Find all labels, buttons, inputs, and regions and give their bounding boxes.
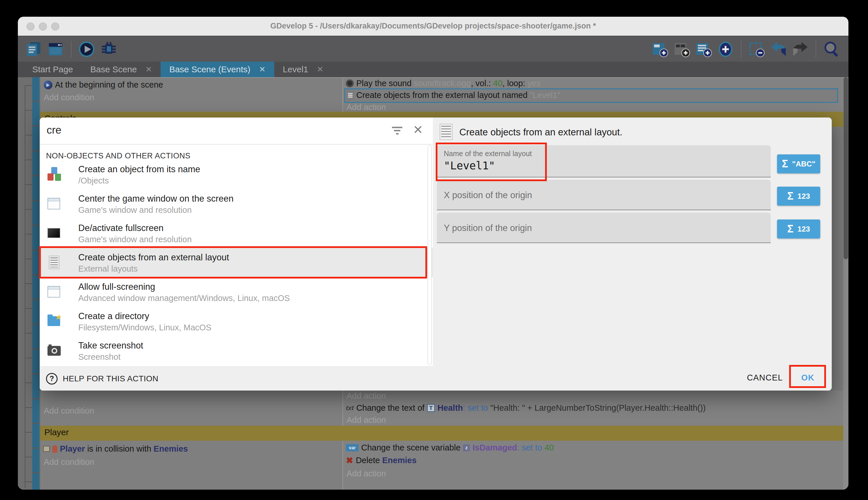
action-list-pane: ✕ NON-OBJECTS AND OTHER ACTIONS Create a… bbox=[40, 117, 433, 390]
play-preview-icon[interactable] bbox=[78, 41, 95, 58]
delete-event-icon[interactable] bbox=[748, 41, 765, 58]
selected-action-row[interactable]: Create objects from the external layout … bbox=[344, 88, 838, 103]
action-subtitle: Advanced window management/Windows, Linu… bbox=[78, 294, 290, 303]
open-scene-editor-icon[interactable] bbox=[47, 41, 64, 58]
cancel-button[interactable]: CANCEL bbox=[747, 373, 783, 383]
condition-row-collision[interactable]: Player is in collision with Enemies bbox=[43, 444, 188, 454]
dark-screen-icon bbox=[47, 226, 62, 240]
action-list-scrollbar bbox=[428, 145, 432, 365]
add-condition-link[interactable]: Add condition bbox=[44, 93, 94, 102]
expression-param: "Health: " + LargeNumberToString(Player.… bbox=[488, 403, 706, 412]
choose-action-dialog: ✕ NON-OBJECTS AND OTHER ACTIONS Create a… bbox=[40, 117, 832, 390]
field-label: X position of the origin bbox=[444, 190, 532, 201]
action-row-change-variable[interactable]: var Change the scene variable z IsDamage… bbox=[346, 443, 554, 453]
add-subevent-icon[interactable] bbox=[673, 41, 690, 58]
action-row-play-sound[interactable]: Play the sound soundtrack.ogg, vol.: 40,… bbox=[346, 79, 540, 88]
action-subtitle: Game's window and resolution bbox=[78, 235, 192, 244]
action-title: Center the game window on the screen bbox=[78, 194, 233, 204]
tab-base-scene[interactable]: Base Scene ✕ bbox=[82, 61, 161, 77]
loop-param: yes bbox=[528, 79, 540, 88]
group-bar-player[interactable]: Player bbox=[40, 426, 843, 441]
action-text: Create objects from the external layout … bbox=[356, 90, 530, 100]
action-item-fullscreen[interactable]: De/activate fullscreen Game's window and… bbox=[40, 218, 433, 248]
add-comment-icon[interactable] bbox=[695, 41, 712, 58]
tab-bar: Start Page Base Scene ✕ Base Scene (Even… bbox=[18, 61, 848, 77]
expression-builder-123-button[interactable]: Σ 123 bbox=[777, 186, 820, 206]
add-condition-link[interactable]: Add condition bbox=[44, 406, 94, 416]
action-title: Create an object from its name bbox=[78, 164, 200, 174]
group-label: Player bbox=[44, 428, 69, 437]
enemy-object-icon bbox=[52, 445, 57, 453]
action-subtitle: Game's window and resolution bbox=[78, 205, 192, 215]
action-subtitle: Screenshot bbox=[78, 352, 120, 362]
action-subtitle: Filesystem/Windows, Linux, MacOS bbox=[78, 323, 212, 332]
field-label: Name of the external layout bbox=[444, 149, 532, 158]
event-selection-strip bbox=[32, 77, 39, 490]
add-event-icon[interactable] bbox=[652, 41, 668, 58]
volume-param: 40 bbox=[493, 79, 503, 88]
action-row-change-text[interactable]: txt Change the text of T Health: set to … bbox=[346, 403, 706, 413]
value-param: 40 bbox=[544, 443, 554, 452]
add-action-link[interactable]: Add action bbox=[347, 391, 386, 401]
action-title: Create objects from an external layout bbox=[78, 252, 229, 263]
add-circle-icon[interactable] bbox=[717, 41, 734, 58]
add-action-link[interactable]: Add action bbox=[347, 469, 386, 478]
action-row-delete[interactable]: ✖ Delete Enemies bbox=[346, 456, 417, 465]
x-position-field[interactable]: X position of the origin bbox=[437, 180, 771, 210]
object-param: Enemies bbox=[154, 444, 188, 453]
action-item-create-object[interactable]: Create an object from its name /Objects bbox=[40, 160, 433, 189]
sound-file-param: soundtrack.ogg bbox=[414, 79, 471, 88]
external-layout-name-field[interactable]: Name of the external layout "Level1" bbox=[437, 145, 771, 178]
close-search-icon[interactable]: ✕ bbox=[413, 123, 423, 137]
close-tab-icon[interactable]: ✕ bbox=[317, 65, 324, 74]
tab-level1[interactable]: Level1 ✕ bbox=[274, 61, 332, 77]
tab-base-scene-events[interactable]: Base Scene (Events) ✕ bbox=[161, 61, 274, 77]
action-item-create-directory[interactable]: ★ Create a directory Filesystem/Windows,… bbox=[40, 306, 433, 336]
events-scrollbar bbox=[843, 77, 848, 490]
sigma-icon: Σ bbox=[787, 190, 794, 202]
project-manager-icon[interactable] bbox=[25, 41, 42, 58]
add-condition-link[interactable]: Add condition bbox=[44, 457, 94, 467]
events-scrollbar-thumb[interactable] bbox=[844, 77, 848, 259]
close-tab-icon[interactable]: ✕ bbox=[145, 65, 152, 74]
action-item-take-screenshot[interactable]: Take screenshot Screenshot bbox=[40, 336, 433, 365]
ok-button[interactable]: OK bbox=[801, 373, 814, 383]
undo-icon[interactable] bbox=[770, 41, 787, 58]
condition-cell bbox=[40, 390, 343, 403]
condition-row-begin-scene[interactable]: ▶ At the beginning of the scene bbox=[44, 80, 163, 90]
add-action-link[interactable]: Add action bbox=[347, 415, 386, 425]
sigma-icon: Σ bbox=[782, 158, 788, 170]
action-item-allow-fullscreening[interactable]: Allow full-screening Advanced window man… bbox=[40, 277, 433, 306]
window-icon bbox=[47, 196, 62, 211]
help-link[interactable]: HELP FOR THIS ACTION bbox=[63, 374, 159, 383]
object-param: Player bbox=[60, 444, 85, 453]
debugger-icon[interactable] bbox=[100, 41, 117, 58]
redo-icon[interactable] bbox=[792, 41, 809, 58]
operator-param: set to bbox=[468, 403, 488, 412]
beginning-of-scene-icon: ▶ bbox=[44, 81, 52, 89]
action-title: Create a directory bbox=[78, 311, 149, 321]
layout-name-param: "Level1" bbox=[530, 90, 560, 100]
y-position-field[interactable]: Y position of the origin bbox=[437, 213, 771, 243]
operator-param: set to bbox=[522, 443, 544, 452]
action-cell: txt Change the text of T Health: set to … bbox=[343, 403, 843, 426]
text-object-icon: T bbox=[427, 404, 435, 412]
close-tab-icon[interactable]: ✕ bbox=[259, 65, 266, 74]
action-subtitle: External layouts bbox=[78, 264, 138, 274]
action-item-center-window[interactable]: Center the game window on the screen Gam… bbox=[40, 189, 433, 218]
action-cell: Add action bbox=[343, 390, 843, 403]
variable-action-icon: var bbox=[346, 444, 359, 451]
variable-param: IsDamaged bbox=[472, 443, 517, 452]
search-icon[interactable] bbox=[823, 41, 840, 58]
player-object-icon bbox=[43, 446, 50, 452]
tab-start-page[interactable]: Start Page bbox=[24, 61, 82, 77]
expression-builder-123-button[interactable]: Σ 123 bbox=[777, 219, 820, 238]
action-title: Allow full-screening bbox=[78, 282, 155, 292]
add-action-link[interactable]: Add action bbox=[347, 103, 386, 112]
filter-icon[interactable] bbox=[391, 127, 403, 137]
action-item-create-from-external-layout[interactable]: Create objects from an external layout E… bbox=[40, 248, 433, 277]
action-list-scrollbar-thumb[interactable] bbox=[428, 145, 432, 365]
help-icon[interactable]: ? bbox=[46, 373, 58, 385]
search-input[interactable] bbox=[46, 124, 387, 137]
expression-builder-abc-button[interactable]: Σ "ABC" bbox=[777, 155, 820, 173]
